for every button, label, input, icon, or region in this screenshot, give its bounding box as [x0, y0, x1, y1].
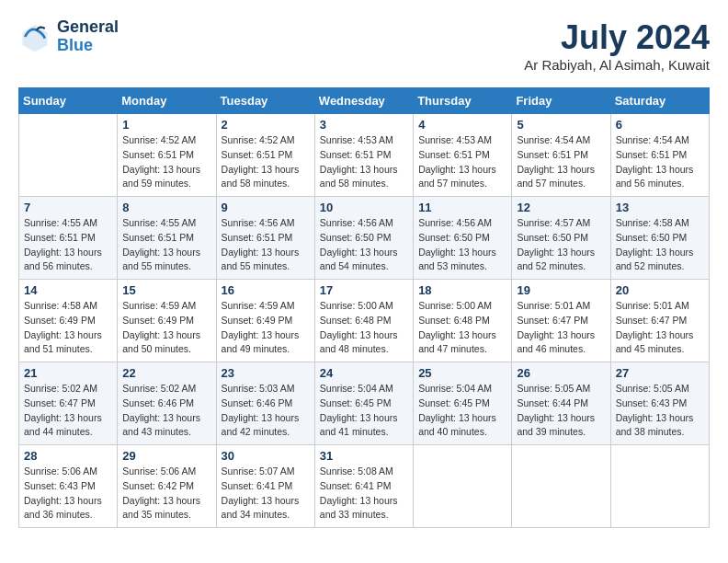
weekday-header-sunday: Sunday — [19, 88, 118, 114]
calendar-week-1: 1Sunrise: 4:52 AMSunset: 6:51 PMDaylight… — [19, 114, 710, 197]
day-number: 18 — [418, 283, 506, 297]
day-number: 16 — [222, 283, 310, 297]
day-number: 1 — [122, 118, 210, 132]
day-number: 5 — [517, 118, 605, 132]
day-detail: Sunrise: 5:02 AMSunset: 6:47 PMDaylight:… — [24, 382, 112, 440]
day-detail: Sunrise: 5:05 AMSunset: 6:44 PMDaylight:… — [517, 382, 605, 440]
day-detail: Sunrise: 5:00 AMSunset: 6:48 PMDaylight:… — [418, 299, 506, 357]
day-detail: Sunrise: 4:52 AMSunset: 6:51 PMDaylight:… — [122, 133, 210, 191]
calendar-cell: 18Sunrise: 5:00 AMSunset: 6:48 PMDayligh… — [414, 280, 512, 362]
day-number: 25 — [418, 366, 506, 380]
day-detail: Sunrise: 4:53 AMSunset: 6:51 PMDaylight:… — [320, 133, 408, 191]
day-number: 28 — [24, 449, 112, 463]
day-number: 24 — [320, 366, 408, 380]
day-number: 21 — [24, 366, 112, 380]
calendar-cell: 6Sunrise: 4:54 AMSunset: 6:51 PMDaylight… — [610, 114, 709, 197]
day-detail: Sunrise: 5:00 AMSunset: 6:48 PMDaylight:… — [320, 299, 408, 357]
day-detail: Sunrise: 5:02 AMSunset: 6:46 PMDaylight:… — [122, 382, 210, 440]
location: Ar Rabiyah, Al Asimah, Kuwait — [524, 57, 710, 73]
day-number: 13 — [616, 201, 704, 214]
day-number: 2 — [222, 118, 310, 132]
day-detail: Sunrise: 4:58 AMSunset: 6:50 PMDaylight:… — [616, 216, 704, 274]
logo-text: General Blue — [57, 18, 119, 55]
calendar-cell: 13Sunrise: 4:58 AMSunset: 6:50 PMDayligh… — [610, 197, 709, 280]
day-detail: Sunrise: 5:07 AMSunset: 6:41 PMDaylight:… — [222, 465, 310, 523]
day-number: 14 — [24, 283, 112, 297]
calendar-cell: 8Sunrise: 4:55 AMSunset: 6:51 PMDaylight… — [118, 197, 216, 280]
day-number: 20 — [616, 283, 704, 297]
weekday-header-saturday: Saturday — [610, 88, 709, 114]
weekday-header-row: SundayMondayTuesdayWednesdayThursdayFrid… — [19, 88, 710, 114]
day-detail: Sunrise: 4:59 AMSunset: 6:49 PMDaylight:… — [122, 299, 210, 357]
calendar-cell: 29Sunrise: 5:06 AMSunset: 6:42 PMDayligh… — [118, 445, 216, 528]
day-detail: Sunrise: 4:52 AMSunset: 6:51 PMDaylight:… — [222, 133, 310, 191]
calendar-cell: 30Sunrise: 5:07 AMSunset: 6:41 PMDayligh… — [216, 445, 314, 528]
day-number: 26 — [517, 366, 605, 380]
day-detail: Sunrise: 4:56 AMSunset: 6:51 PMDaylight:… — [222, 216, 310, 274]
day-detail: Sunrise: 5:08 AMSunset: 6:41 PMDaylight:… — [320, 465, 408, 523]
calendar-cell: 17Sunrise: 5:00 AMSunset: 6:48 PMDayligh… — [314, 280, 413, 362]
calendar-cell: 2Sunrise: 4:52 AMSunset: 6:51 PMDaylight… — [216, 114, 314, 197]
day-number: 4 — [418, 118, 506, 132]
day-number: 8 — [122, 201, 210, 214]
day-number: 23 — [222, 366, 310, 380]
calendar-cell — [512, 445, 610, 528]
calendar-cell: 12Sunrise: 4:57 AMSunset: 6:50 PMDayligh… — [512, 197, 610, 280]
calendar-cell — [610, 445, 709, 528]
day-number: 15 — [122, 283, 210, 297]
calendar-cell: 16Sunrise: 4:59 AMSunset: 6:49 PMDayligh… — [216, 280, 314, 362]
calendar-cell: 27Sunrise: 5:05 AMSunset: 6:43 PMDayligh… — [610, 362, 709, 445]
day-detail: Sunrise: 4:54 AMSunset: 6:51 PMDaylight:… — [616, 133, 704, 191]
calendar-cell: 22Sunrise: 5:02 AMSunset: 6:46 PMDayligh… — [118, 362, 216, 445]
calendar-cell: 14Sunrise: 4:58 AMSunset: 6:49 PMDayligh… — [19, 280, 118, 362]
day-detail: Sunrise: 5:06 AMSunset: 6:43 PMDaylight:… — [24, 465, 112, 523]
calendar-table: SundayMondayTuesdayWednesdayThursdayFrid… — [18, 87, 710, 528]
day-detail: Sunrise: 5:05 AMSunset: 6:43 PMDaylight:… — [616, 382, 704, 440]
day-number: 22 — [122, 366, 210, 380]
day-detail: Sunrise: 4:55 AMSunset: 6:51 PMDaylight:… — [122, 216, 210, 274]
month-title: July 2024 — [524, 18, 710, 57]
calendar-cell: 11Sunrise: 4:56 AMSunset: 6:50 PMDayligh… — [414, 197, 512, 280]
day-detail: Sunrise: 4:53 AMSunset: 6:51 PMDaylight:… — [418, 133, 506, 191]
calendar-cell — [19, 114, 118, 197]
calendar-cell: 28Sunrise: 5:06 AMSunset: 6:43 PMDayligh… — [19, 445, 118, 528]
logo-icon — [18, 20, 51, 53]
day-detail: Sunrise: 4:56 AMSunset: 6:50 PMDaylight:… — [418, 216, 506, 274]
weekday-header-wednesday: Wednesday — [314, 88, 413, 114]
day-detail: Sunrise: 5:03 AMSunset: 6:46 PMDaylight:… — [222, 382, 310, 440]
calendar-cell: 20Sunrise: 5:01 AMSunset: 6:47 PMDayligh… — [610, 280, 709, 362]
day-number: 29 — [122, 449, 210, 463]
day-number: 31 — [320, 449, 408, 463]
weekday-header-friday: Friday — [512, 88, 610, 114]
day-number: 11 — [418, 201, 506, 214]
day-detail: Sunrise: 5:04 AMSunset: 6:45 PMDaylight:… — [320, 382, 408, 440]
day-detail: Sunrise: 5:01 AMSunset: 6:47 PMDaylight:… — [517, 299, 605, 357]
calendar-week-2: 7Sunrise: 4:55 AMSunset: 6:51 PMDaylight… — [19, 197, 710, 280]
day-number: 6 — [616, 118, 704, 132]
calendar-week-3: 14Sunrise: 4:58 AMSunset: 6:49 PMDayligh… — [19, 280, 710, 362]
day-detail: Sunrise: 4:58 AMSunset: 6:49 PMDaylight:… — [24, 299, 112, 357]
calendar-week-5: 28Sunrise: 5:06 AMSunset: 6:43 PMDayligh… — [19, 445, 710, 528]
calendar-cell: 26Sunrise: 5:05 AMSunset: 6:44 PMDayligh… — [512, 362, 610, 445]
calendar-week-4: 21Sunrise: 5:02 AMSunset: 6:47 PMDayligh… — [19, 362, 710, 445]
day-number: 3 — [320, 118, 408, 132]
weekday-header-tuesday: Tuesday — [216, 88, 314, 114]
calendar-cell: 25Sunrise: 5:04 AMSunset: 6:45 PMDayligh… — [414, 362, 512, 445]
weekday-header-monday: Monday — [118, 88, 216, 114]
calendar-cell: 1Sunrise: 4:52 AMSunset: 6:51 PMDaylight… — [118, 114, 216, 197]
calendar-cell — [414, 445, 512, 528]
calendar-cell: 3Sunrise: 4:53 AMSunset: 6:51 PMDaylight… — [314, 114, 413, 197]
day-detail: Sunrise: 4:56 AMSunset: 6:50 PMDaylight:… — [320, 216, 408, 274]
day-number: 27 — [616, 366, 704, 380]
day-detail: Sunrise: 4:54 AMSunset: 6:51 PMDaylight:… — [517, 133, 605, 191]
calendar-cell: 15Sunrise: 4:59 AMSunset: 6:49 PMDayligh… — [118, 280, 216, 362]
day-detail: Sunrise: 5:04 AMSunset: 6:45 PMDaylight:… — [418, 382, 506, 440]
calendar-cell: 31Sunrise: 5:08 AMSunset: 6:41 PMDayligh… — [314, 445, 413, 528]
day-detail: Sunrise: 4:57 AMSunset: 6:50 PMDaylight:… — [517, 216, 605, 274]
weekday-header-thursday: Thursday — [414, 88, 512, 114]
day-number: 30 — [222, 449, 310, 463]
calendar-cell: 9Sunrise: 4:56 AMSunset: 6:51 PMDaylight… — [216, 197, 314, 280]
day-detail: Sunrise: 4:59 AMSunset: 6:49 PMDaylight:… — [222, 299, 310, 357]
calendar-cell: 5Sunrise: 4:54 AMSunset: 6:51 PMDaylight… — [512, 114, 610, 197]
calendar-cell: 19Sunrise: 5:01 AMSunset: 6:47 PMDayligh… — [512, 280, 610, 362]
